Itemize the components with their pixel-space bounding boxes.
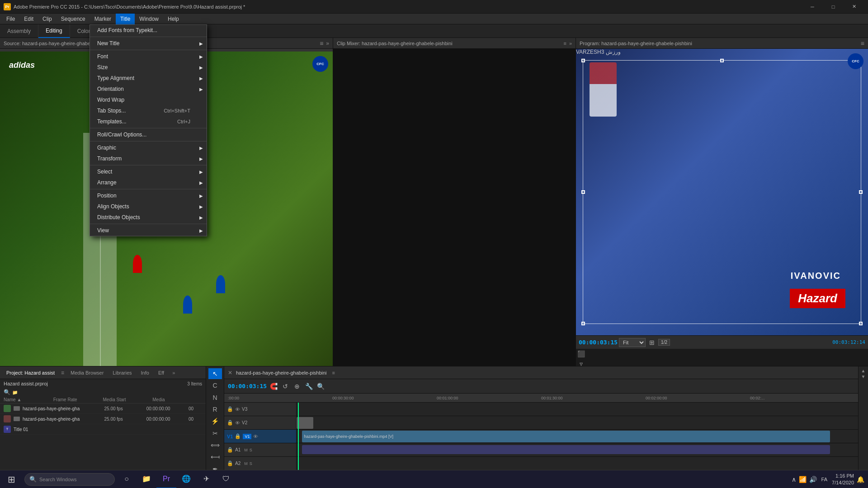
- tool-link[interactable]: ⚡: [208, 416, 222, 427]
- track-v1-badge[interactable]: V1: [243, 434, 251, 439]
- menu-marker[interactable]: Marker: [90, 14, 116, 24]
- tl-snap-btn[interactable]: 🧲: [269, 381, 278, 391]
- tool-slide[interactable]: ⟻: [208, 451, 222, 462]
- handle-br[interactable]: [859, 322, 863, 325]
- tab-editing[interactable]: Editing: [38, 24, 70, 38]
- tl-add-track-btn[interactable]: ⊕: [292, 381, 302, 391]
- timeline-settings-icon[interactable]: ≡: [332, 370, 335, 375]
- track-a1-m[interactable]: M: [244, 448, 248, 452]
- tray-volume-icon[interactable]: 🔊: [809, 476, 817, 483]
- tool-rolling[interactable]: N: [208, 392, 222, 403]
- tl-zoom-out[interactable]: 🔍: [316, 381, 326, 391]
- tray-datetime[interactable]: 1:16 PM 7/14/2020: [832, 473, 854, 486]
- tray-notification-icon[interactable]: 🔔: [857, 476, 864, 483]
- maximize-button[interactable]: □: [823, 0, 844, 14]
- tool-slip[interactable]: ⟺: [208, 440, 222, 450]
- track-a2-content[interactable]: [297, 457, 858, 470]
- track-a2-s[interactable]: S: [250, 461, 252, 466]
- taskbar-app-cortana[interactable]: ○: [117, 470, 137, 488]
- start-button[interactable]: ⊞: [0, 470, 23, 488]
- file-row-3[interactable]: T Title 01: [0, 424, 206, 435]
- dd-tab-stops[interactable]: Tab Stops... Ctrl+Shift+T: [90, 105, 207, 116]
- handle-ml[interactable]: [581, 190, 585, 194]
- timeline-close-icon[interactable]: ✕: [228, 370, 232, 376]
- tray-network-icon[interactable]: 📶: [799, 476, 807, 483]
- v2-clip[interactable]: [297, 417, 313, 429]
- handle-tl[interactable]: [581, 59, 585, 62]
- info-tab[interactable]: Info: [138, 370, 152, 375]
- source-settings-icon[interactable]: ≡: [320, 40, 323, 47]
- file-row-1[interactable]: hazard-pas-haye-gheire-gha 25.00 fps 00:…: [0, 404, 206, 414]
- track-a2-m[interactable]: M: [244, 461, 248, 466]
- libraries-tab[interactable]: Libraries: [110, 370, 134, 375]
- taskbar-app-security[interactable]: 🛡: [216, 470, 236, 488]
- track-a1-s[interactable]: S: [250, 448, 252, 452]
- track-a1-content[interactable]: [297, 443, 858, 456]
- menu-help[interactable]: Help: [163, 14, 184, 24]
- project-settings-icon[interactable]: ≡: [61, 370, 64, 376]
- dd-position[interactable]: Position: [90, 190, 207, 201]
- dd-type-alignment[interactable]: Type Alignment: [90, 73, 207, 84]
- dd-roll-crawl[interactable]: Roll/Crawl Options...: [90, 129, 207, 140]
- dd-new-title[interactable]: New Title: [90, 38, 207, 49]
- dd-templates[interactable]: Templates... Ctrl+J: [90, 116, 207, 127]
- menu-sequence[interactable]: Sequence: [57, 14, 90, 24]
- right-scroll-down[interactable]: ▼: [861, 374, 866, 379]
- taskbar-app-premiere[interactable]: Pr: [156, 470, 176, 488]
- project-tab[interactable]: Project: Hazard assist: [4, 370, 57, 375]
- track-v1-eye[interactable]: 👁: [253, 434, 258, 439]
- menu-window[interactable]: Window: [135, 14, 163, 24]
- program-zoom-select[interactable]: Fit 25% 50% 100%: [619, 338, 646, 347]
- prog-square-btn[interactable]: ⬛: [576, 349, 586, 359]
- a1-clip[interactable]: [302, 445, 830, 454]
- tl-markin-btn[interactable]: ↺: [280, 381, 290, 391]
- menu-clip[interactable]: Clip: [38, 14, 57, 24]
- taskbar-app-chrome[interactable]: 🌐: [176, 470, 196, 488]
- handle-mr[interactable]: [859, 190, 863, 194]
- tray-up-arrow[interactable]: ∧: [792, 476, 796, 483]
- tool-select[interactable]: ↖: [208, 368, 222, 379]
- tool-rate-stretch[interactable]: R: [208, 404, 222, 415]
- handle-tc[interactable]: [720, 59, 724, 62]
- v1-main-clip[interactable]: hazard-pas-haye-gheire-ghabele-pishbini.…: [302, 431, 830, 442]
- program-settings-btn[interactable]: ⊞: [647, 338, 657, 347]
- file-row-2[interactable]: hazard-pas-haye-gheire-gha 25.00 fps 00:…: [0, 414, 206, 424]
- program-fraction[interactable]: 1/2: [658, 339, 670, 346]
- minimize-button[interactable]: ─: [802, 0, 823, 14]
- dd-select[interactable]: Select: [90, 166, 207, 177]
- dd-word-wrap[interactable]: Word Wrap: [90, 94, 207, 105]
- track-v3-eye[interactable]: 👁: [235, 407, 240, 412]
- track-v2-lock[interactable]: 🔒: [227, 420, 233, 426]
- clip-mixer-settings-icon[interactable]: ≡: [563, 41, 566, 46]
- track-v3-lock[interactable]: 🔒: [227, 406, 233, 412]
- tab-assembly[interactable]: Assembly: [0, 24, 38, 38]
- dd-graphic[interactable]: Graphic: [90, 142, 207, 153]
- track-v1-lock[interactable]: 🔒: [235, 433, 241, 439]
- handle-bl[interactable]: [581, 322, 585, 325]
- dd-distribute-objects[interactable]: Distribute Objects: [90, 212, 207, 223]
- taskbar-search-box[interactable]: 🔍 Search Windows: [24, 473, 115, 486]
- track-v2-content[interactable]: [297, 416, 858, 429]
- dd-view[interactable]: View: [90, 225, 207, 236]
- source-more-icon[interactable]: »: [326, 40, 329, 47]
- track-v2-eye[interactable]: 👁: [235, 420, 240, 426]
- track-v3-content[interactable]: [297, 403, 858, 416]
- dd-add-fonts[interactable]: Add Fonts from Typekit...: [90, 25, 207, 36]
- program-settings-icon[interactable]: ≡: [861, 40, 864, 47]
- track-v1-content[interactable]: hazard-pas-haye-gheire-ghabele-pishbini.…: [297, 430, 858, 443]
- dd-font[interactable]: Font: [90, 51, 207, 62]
- eff-tab[interactable]: Eff: [156, 370, 167, 375]
- menu-edit[interactable]: Edit: [19, 14, 38, 24]
- dd-align-objects[interactable]: Align Objects: [90, 201, 207, 212]
- clip-mixer-more-icon[interactable]: »: [569, 41, 572, 46]
- tl-settings-btn[interactable]: 🔧: [304, 381, 314, 391]
- tool-razor[interactable]: ✂: [208, 427, 222, 438]
- dd-size[interactable]: Size: [90, 62, 207, 73]
- track-a1-lock[interactable]: 🔒: [227, 447, 233, 453]
- dd-arrange[interactable]: Arrange: [90, 177, 207, 188]
- taskbar-app-telegram[interactable]: ✈: [196, 470, 216, 488]
- track-a2-lock[interactable]: 🔒: [227, 460, 233, 466]
- new-folder-icon[interactable]: 📁: [12, 390, 18, 395]
- taskbar-app-explorer[interactable]: 📁: [137, 470, 156, 488]
- right-scroll-up[interactable]: ▲: [861, 368, 866, 373]
